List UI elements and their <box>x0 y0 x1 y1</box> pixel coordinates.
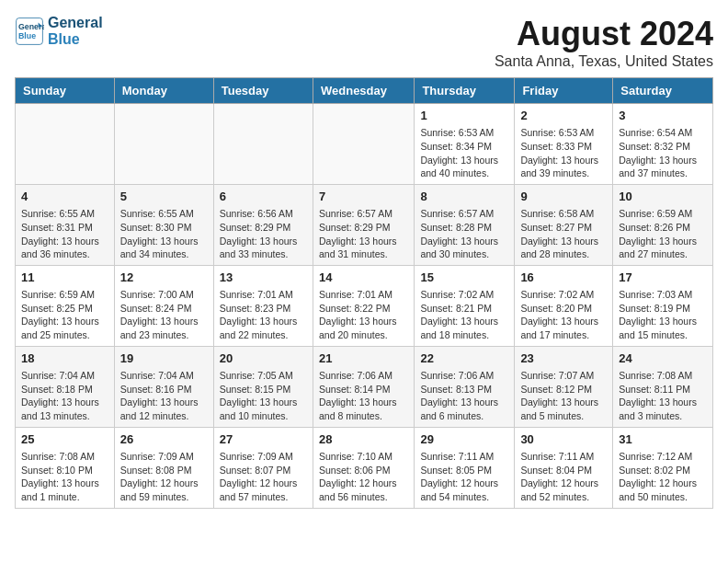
day-header-monday: Monday <box>114 78 213 104</box>
calendar-cell <box>213 104 313 185</box>
day-info: Sunrise: 7:03 AM Sunset: 8:19 PM Dayligh… <box>619 288 707 342</box>
day-number: 13 <box>220 270 307 286</box>
calendar-cell: 25Sunrise: 7:08 AM Sunset: 8:10 PM Dayli… <box>16 427 115 508</box>
day-number: 1 <box>420 108 508 124</box>
day-number: 29 <box>420 431 508 448</box>
day-number: 15 <box>420 270 508 286</box>
day-info: Sunrise: 7:10 AM Sunset: 8:06 PM Dayligh… <box>319 450 408 504</box>
title-area: August 2024 Santa Anna, Texas, United St… <box>495 15 713 70</box>
calendar-cell: 29Sunrise: 7:11 AM Sunset: 8:05 PM Dayli… <box>415 427 515 508</box>
calendar-cell: 28Sunrise: 7:10 AM Sunset: 8:06 PM Dayli… <box>313 427 414 508</box>
calendar-cell: 17Sunrise: 7:03 AM Sunset: 8:19 PM Dayli… <box>613 265 713 346</box>
day-info: Sunrise: 6:53 AM Sunset: 8:34 PM Dayligh… <box>420 126 508 180</box>
header: General Blue General Blue August 2024 Sa… <box>15 15 713 70</box>
day-number: 17 <box>619 270 707 286</box>
day-info: Sunrise: 7:09 AM Sunset: 8:08 PM Dayligh… <box>120 450 208 504</box>
logo-icon: General Blue <box>15 17 44 46</box>
calendar-cell: 16Sunrise: 7:02 AM Sunset: 8:20 PM Dayli… <box>515 265 613 346</box>
calendar-cell: 27Sunrise: 7:09 AM Sunset: 8:07 PM Dayli… <box>213 427 313 508</box>
calendar-cell: 24Sunrise: 7:08 AM Sunset: 8:11 PM Dayli… <box>613 346 713 427</box>
day-info: Sunrise: 7:01 AM Sunset: 8:23 PM Dayligh… <box>220 288 307 342</box>
day-info: Sunrise: 6:59 AM Sunset: 8:26 PM Dayligh… <box>619 207 707 261</box>
calendar-cell: 7Sunrise: 6:57 AM Sunset: 8:29 PM Daylig… <box>313 184 414 265</box>
day-header-sunday: Sunday <box>16 78 115 104</box>
day-header-tuesday: Tuesday <box>213 78 313 104</box>
day-info: Sunrise: 7:09 AM Sunset: 8:07 PM Dayligh… <box>220 450 307 504</box>
day-info: Sunrise: 7:00 AM Sunset: 8:24 PM Dayligh… <box>120 288 208 342</box>
day-info: Sunrise: 6:54 AM Sunset: 8:32 PM Dayligh… <box>619 126 707 180</box>
day-info: Sunrise: 6:59 AM Sunset: 8:25 PM Dayligh… <box>21 288 108 342</box>
day-number: 25 <box>21 431 108 448</box>
day-info: Sunrise: 7:05 AM Sunset: 8:15 PM Dayligh… <box>220 369 307 423</box>
calendar-cell: 5Sunrise: 6:55 AM Sunset: 8:30 PM Daylig… <box>114 184 213 265</box>
day-number: 2 <box>520 108 607 124</box>
day-number: 12 <box>120 270 208 286</box>
svg-text:General: General <box>18 22 44 31</box>
day-number: 20 <box>220 350 307 367</box>
week-row-4: 25Sunrise: 7:08 AM Sunset: 8:10 PM Dayli… <box>16 427 713 508</box>
logo: General Blue General Blue <box>15 15 103 48</box>
day-number: 23 <box>520 350 607 367</box>
calendar-cell: 6Sunrise: 6:56 AM Sunset: 8:29 PM Daylig… <box>213 184 313 265</box>
day-number: 21 <box>319 350 408 367</box>
week-row-1: 4Sunrise: 6:55 AM Sunset: 8:31 PM Daylig… <box>16 184 713 265</box>
day-number: 3 <box>619 108 707 124</box>
calendar-cell: 14Sunrise: 7:01 AM Sunset: 8:22 PM Dayli… <box>313 265 414 346</box>
day-number: 5 <box>120 189 208 205</box>
day-info: Sunrise: 7:07 AM Sunset: 8:12 PM Dayligh… <box>520 369 607 423</box>
calendar-cell: 15Sunrise: 7:02 AM Sunset: 8:21 PM Dayli… <box>415 265 515 346</box>
day-info: Sunrise: 7:11 AM Sunset: 8:04 PM Dayligh… <box>520 450 607 504</box>
day-info: Sunrise: 6:55 AM Sunset: 8:31 PM Dayligh… <box>21 207 108 261</box>
day-info: Sunrise: 6:58 AM Sunset: 8:27 PM Dayligh… <box>520 207 607 261</box>
calendar-cell: 23Sunrise: 7:07 AM Sunset: 8:12 PM Dayli… <box>515 346 613 427</box>
day-info: Sunrise: 7:06 AM Sunset: 8:13 PM Dayligh… <box>420 369 508 423</box>
calendar-cell: 26Sunrise: 7:09 AM Sunset: 8:08 PM Dayli… <box>114 427 213 508</box>
day-number: 22 <box>420 350 508 367</box>
logo-line2: Blue <box>48 31 103 48</box>
calendar-cell <box>16 104 115 185</box>
day-info: Sunrise: 6:57 AM Sunset: 8:28 PM Dayligh… <box>420 207 508 261</box>
calendar-cell: 3Sunrise: 6:54 AM Sunset: 8:32 PM Daylig… <box>613 104 713 185</box>
logo-line1: General <box>48 15 103 31</box>
day-info: Sunrise: 6:57 AM Sunset: 8:29 PM Dayligh… <box>319 207 408 261</box>
day-number: 9 <box>520 189 607 205</box>
calendar-cell <box>313 104 414 185</box>
svg-text:Blue: Blue <box>18 31 36 40</box>
calendar-cell: 10Sunrise: 6:59 AM Sunset: 8:26 PM Dayli… <box>613 184 713 265</box>
day-info: Sunrise: 7:04 AM Sunset: 8:16 PM Dayligh… <box>120 369 208 423</box>
day-number: 28 <box>319 431 408 448</box>
calendar-cell: 11Sunrise: 6:59 AM Sunset: 8:25 PM Dayli… <box>16 265 115 346</box>
week-row-0: 1Sunrise: 6:53 AM Sunset: 8:34 PM Daylig… <box>16 104 713 185</box>
day-info: Sunrise: 7:04 AM Sunset: 8:18 PM Dayligh… <box>21 369 108 423</box>
calendar-cell: 20Sunrise: 7:05 AM Sunset: 8:15 PM Dayli… <box>213 346 313 427</box>
calendar-cell: 1Sunrise: 6:53 AM Sunset: 8:34 PM Daylig… <box>415 104 515 185</box>
calendar-cell: 9Sunrise: 6:58 AM Sunset: 8:27 PM Daylig… <box>515 184 613 265</box>
subtitle: Santa Anna, Texas, United States <box>495 53 713 70</box>
week-row-2: 11Sunrise: 6:59 AM Sunset: 8:25 PM Dayli… <box>16 265 713 346</box>
day-info: Sunrise: 6:56 AM Sunset: 8:29 PM Dayligh… <box>220 207 307 261</box>
day-number: 30 <box>520 431 607 448</box>
calendar-cell: 22Sunrise: 7:06 AM Sunset: 8:13 PM Dayli… <box>415 346 515 427</box>
calendar-cell: 13Sunrise: 7:01 AM Sunset: 8:23 PM Dayli… <box>213 265 313 346</box>
day-info: Sunrise: 7:08 AM Sunset: 8:11 PM Dayligh… <box>619 369 707 423</box>
header-row: SundayMondayTuesdayWednesdayThursdayFrid… <box>16 78 713 104</box>
day-header-friday: Friday <box>515 78 613 104</box>
day-number: 7 <box>319 189 408 205</box>
day-info: Sunrise: 7:02 AM Sunset: 8:21 PM Dayligh… <box>420 288 508 342</box>
day-number: 31 <box>619 431 707 448</box>
day-header-wednesday: Wednesday <box>313 78 414 104</box>
calendar-cell: 18Sunrise: 7:04 AM Sunset: 8:18 PM Dayli… <box>16 346 115 427</box>
day-number: 27 <box>220 431 307 448</box>
calendar-cell <box>114 104 213 185</box>
day-number: 10 <box>619 189 707 205</box>
day-number: 6 <box>220 189 307 205</box>
calendar-cell: 31Sunrise: 7:12 AM Sunset: 8:02 PM Dayli… <box>613 427 713 508</box>
calendar-cell: 21Sunrise: 7:06 AM Sunset: 8:14 PM Dayli… <box>313 346 414 427</box>
day-info: Sunrise: 7:08 AM Sunset: 8:10 PM Dayligh… <box>21 450 108 504</box>
day-info: Sunrise: 7:11 AM Sunset: 8:05 PM Dayligh… <box>420 450 508 504</box>
day-header-thursday: Thursday <box>415 78 515 104</box>
day-info: Sunrise: 7:12 AM Sunset: 8:02 PM Dayligh… <box>619 450 707 504</box>
calendar-cell: 4Sunrise: 6:55 AM Sunset: 8:31 PM Daylig… <box>16 184 115 265</box>
calendar-cell: 2Sunrise: 6:53 AM Sunset: 8:33 PM Daylig… <box>515 104 613 185</box>
calendar-cell: 12Sunrise: 7:00 AM Sunset: 8:24 PM Dayli… <box>114 265 213 346</box>
